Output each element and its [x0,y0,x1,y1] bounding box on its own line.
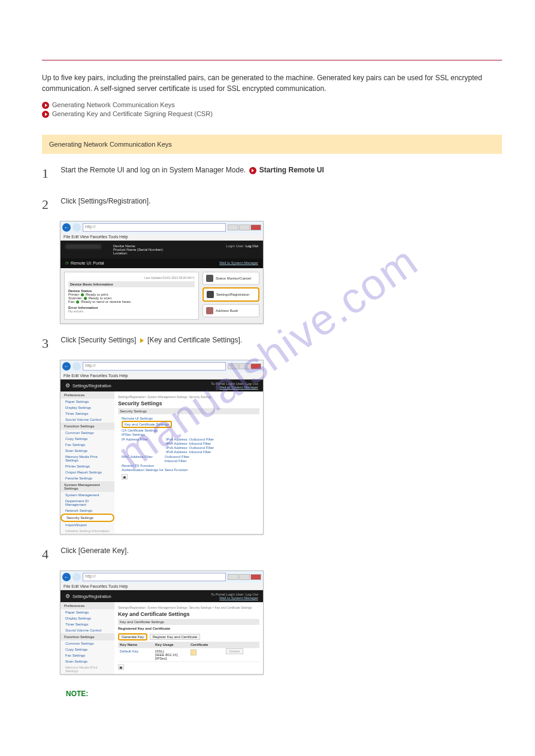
top-rule [42,60,502,60]
address-bar[interactable]: http:// [83,573,226,581]
status-monitor-button[interactable]: Status Monitor/Cancel [202,272,259,285]
key-name-link[interactable]: Default Key [118,649,153,660]
browser-menu[interactable]: File Edit View Favorites Tools Help [61,233,263,241]
address-bar[interactable]: http:// [83,223,226,232]
sidebar-item[interactable]: Common Settings [61,640,114,646]
sidebar-item[interactable]: Timer Settings [61,621,114,627]
link[interactable]: IPv4 Address: Outbound Filter [166,438,214,441]
mail-link[interactable]: Mail to System Manager [219,261,258,265]
link[interactable]: Outbound Filter [165,455,189,459]
reg-key-header: Registered Key and Certificate [118,625,259,632]
forward-button[interactable] [72,362,81,371]
sidebar-item[interactable]: Memory Media Print Settings [61,664,114,674]
link[interactable]: IPSec Settings [122,433,256,436]
minimize-button[interactable] [228,363,238,369]
sidebar-item[interactable]: Sound Volume Control [61,627,114,633]
close-button[interactable] [250,574,261,580]
table-header: Key Name Key Usage Certificate [118,642,259,648]
step-number: 3 [42,336,59,351]
sidebar-item[interactable]: Scan Settings [61,658,114,664]
sidebar-item[interactable]: Fax Settings [61,442,114,448]
forward-button[interactable] [72,223,81,232]
sidebar-item[interactable]: Initialize Setting Information [61,528,114,534]
register-key-button[interactable]: Register Key and Certificate [150,634,201,640]
sidebar-item-security[interactable]: Security Settings [61,514,114,522]
login-label: Login User: [226,244,244,248]
close-button[interactable] [250,224,261,230]
sidebar-item[interactable]: Copy Settings [61,436,114,442]
step-text: Click [Security Settings] [Key and Certi… [61,336,242,344]
step-link[interactable]: Starting Remote UI [259,166,324,174]
arrow-icon [140,338,144,343]
sidebar-item[interactable]: System Management [61,492,114,498]
bullet-link-1[interactable]: Generating Network Communication Keys [42,101,502,109]
book-icon [206,307,213,314]
screenshot-portal: ← http:// File Edit View Favorites Tools… [60,221,264,324]
col-key-name: Key Name [118,643,153,646]
delete-button[interactable]: Delete [226,648,243,654]
certificate-icon[interactable] [191,649,197,655]
sidebar-item[interactable]: Department ID Management [61,498,114,508]
address-bar[interactable]: http:// [83,362,226,371]
maximize-button[interactable] [239,363,250,369]
mail-link[interactable]: Mail to System Manager [219,596,258,600]
sidebar-item[interactable]: Paper Settings [61,399,114,405]
sidebar-item[interactable]: Fax Settings [61,652,114,658]
back-button[interactable]: ← [62,223,71,232]
sidebar-item[interactable]: Timer Settings [61,411,114,417]
bullet-link-2[interactable]: Generating Key and Certificate Signing R… [42,110,502,118]
settings-sidebar: Preferences Paper Settings Display Setti… [61,602,114,674]
link[interactable]: Authentication Settings for Send Functio… [122,468,256,472]
info-icon: ▣ [118,664,124,670]
sidebar-item[interactable]: Printer Settings [61,463,114,469]
sidebar-item[interactable]: Display Settings [61,615,114,621]
step-number: 2 [42,197,59,212]
link[interactable]: IPv6 Address: Inbound Filter [166,450,214,454]
close-button[interactable] [250,363,261,369]
sidebar-item[interactable]: Sound Volume Control [61,417,114,423]
browser-menu[interactable]: File Edit View Favorites Tools Help [61,583,263,590]
section-banner: Generating Network Communication Keys [42,135,502,154]
play-icon [42,111,49,118]
sidebar-item[interactable]: Memory Media Print Settings [61,454,114,463]
sidebar-item[interactable]: Output Report Settings [61,469,114,475]
sidebar-item[interactable]: Import/Export [61,522,114,528]
link[interactable]: IPv4 Address: Inbound Filter [166,442,214,445]
device-header: Device Name: Product Name (Serial Number… [61,241,263,259]
maximize-button[interactable] [239,224,250,230]
sidebar-item[interactable]: Network Settings [61,508,114,514]
step-number: 1 [42,166,59,181]
logout-link[interactable]: Log Out [246,244,258,248]
link[interactable]: Restrict TX Function [122,464,256,467]
link[interactable]: CA Certificate Settings [122,429,256,432]
key-cert-link[interactable]: Key and Certificate Settings [122,421,172,428]
browser-menu[interactable]: File Edit View Favorites Tools Help [61,372,263,379]
monitor-icon [206,275,213,282]
sidebar-item[interactable]: Copy Settings [61,646,114,652]
bullet-text: Generating Key and Certificate Signing R… [52,110,213,117]
link[interactable]: Remote UI Settings [122,417,256,420]
sidebar-item[interactable]: Paper Settings [61,609,114,615]
back-button[interactable]: ← [62,573,71,581]
minimize-button[interactable] [228,224,238,230]
sidebar-item[interactable]: Common Settings [61,430,114,436]
link[interactable]: Inbound Filter [165,459,189,463]
back-button[interactable]: ← [62,362,71,371]
settings-registration-button[interactable]: Settings/Registration [202,287,259,302]
step-text-pre: Start the Remote UI and log on in System… [61,166,246,174]
address-book-button[interactable]: Address Book [202,304,259,317]
minimize-button[interactable] [228,574,238,580]
link[interactable]: IP Address Filter [122,438,148,454]
forward-button[interactable] [72,573,81,581]
sidebar-item[interactable]: Scan Settings [61,448,114,454]
sidebar-item[interactable]: Favorite Settings [61,475,114,481]
mail-link[interactable]: Mail to System Manager [219,385,258,389]
sidebar-header: Preferences [61,391,114,399]
settings-title: Settings/Registration [72,594,111,599]
sidebar-item[interactable]: Display Settings [61,405,114,411]
link[interactable]: MAC Address Filter [122,455,153,463]
maximize-button[interactable] [239,574,250,580]
link[interactable]: IPv6 Address: Outbound Filter [166,446,214,450]
sidebar-header: System Management Settings [61,481,114,492]
generate-key-button[interactable]: Generate Key [118,633,147,640]
